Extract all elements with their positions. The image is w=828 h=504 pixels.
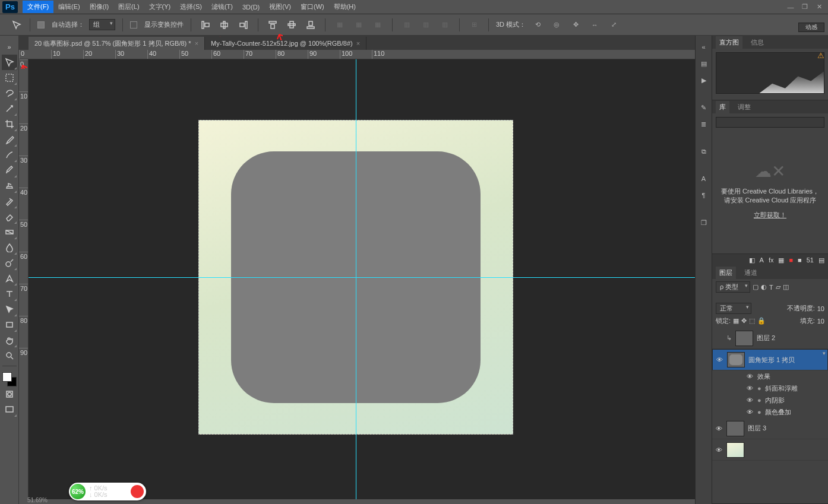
- layer-row-selected[interactable]: 👁 圆角矩形 1 拷贝: [712, 349, 828, 370]
- zoom-3d-icon[interactable]: ⤢: [606, 18, 621, 31]
- align-vertical-centers-icon[interactable]: [285, 18, 299, 31]
- tab-library[interactable]: 库: [716, 101, 729, 113]
- eraser-tool[interactable]: [2, 209, 17, 224]
- 3d-panel-icon[interactable]: ❒: [697, 216, 710, 229]
- close-button[interactable]: ✕: [813, 2, 826, 12]
- history-panel-icon[interactable]: ▤: [697, 57, 710, 70]
- layer-row[interactable]: ↳ 图层 2: [712, 328, 828, 349]
- status-zoom[interactable]: 51.69%: [19, 497, 48, 504]
- filter-type-icon[interactable]: T: [769, 284, 773, 291]
- tab-histogram[interactable]: 直方图: [716, 36, 742, 49]
- layer-filter-kind[interactable]: ρ 类型: [716, 281, 750, 293]
- roll-3d-icon[interactable]: ◎: [549, 18, 564, 31]
- actions-panel-icon[interactable]: ▶: [697, 74, 710, 87]
- tab-close-icon[interactable]: ×: [195, 40, 198, 47]
- tab-adjustments[interactable]: 调整: [734, 101, 754, 113]
- path-selection-tool[interactable]: [2, 302, 17, 317]
- ruler-horizontal[interactable]: 0102030405060708090100110: [19, 50, 712, 59]
- character-panel-icon[interactable]: A: [697, 172, 710, 185]
- document-tab-2[interactable]: My-Tally-Counter-512x512.jpg @ 100%(RGB/…: [205, 37, 366, 50]
- tab-layers[interactable]: 图层: [716, 267, 736, 279]
- brush-panel-icon[interactable]: ✎: [697, 101, 710, 114]
- maximize-button[interactable]: ❐: [798, 2, 811, 12]
- visibility-toggle[interactable]: 👁: [715, 356, 723, 363]
- library-select[interactable]: [716, 117, 824, 128]
- foreground-swatch[interactable]: [2, 372, 12, 382]
- visibility-toggle[interactable]: 👁: [715, 446, 723, 454]
- color-swatches[interactable]: [2, 372, 17, 386]
- clone-stamp-tool[interactable]: [2, 178, 17, 194]
- lock-all-icon[interactable]: 🔒: [757, 317, 766, 325]
- visibility-toggle[interactable]: 👁: [715, 425, 723, 432]
- layer-effect-bevel[interactable]: 👁●斜面和浮雕: [712, 382, 828, 394]
- dodge-tool[interactable]: [2, 255, 17, 271]
- layer-thumbnail[interactable]: [726, 442, 744, 458]
- widget-end-icon[interactable]: [131, 485, 144, 498]
- tab-info[interactable]: 信息: [747, 36, 767, 49]
- crop-tool[interactable]: [2, 116, 17, 132]
- fx-icon[interactable]: fx: [769, 256, 774, 264]
- library-get-link[interactable]: 立即获取！: [754, 211, 786, 220]
- tab-expand-icon[interactable]: »: [2, 39, 17, 55]
- filter-shape-icon[interactable]: ▱: [776, 283, 780, 291]
- filter-smart-icon[interactable]: ◫: [783, 283, 789, 291]
- layer-effect-inner-shadow[interactable]: 👁●内阴影: [712, 394, 828, 406]
- layer-thumbnail[interactable]: [735, 331, 753, 346]
- brush-tool[interactable]: [2, 163, 17, 178]
- histogram-warning-icon[interactable]: ⚠: [817, 51, 824, 60]
- eyedropper-tool[interactable]: [2, 132, 17, 147]
- menu-select[interactable]: 选择(S): [175, 1, 207, 13]
- lock-pixels-icon[interactable]: ▦: [733, 317, 739, 325]
- align-top-edges-icon[interactable]: [266, 18, 280, 31]
- menu-image[interactable]: 图像(I): [85, 1, 113, 13]
- swatch-grey-icon[interactable]: ■: [798, 256, 802, 264]
- hand-tool[interactable]: [2, 332, 17, 348]
- screen-mode-icon[interactable]: [2, 402, 17, 417]
- menu-icon[interactable]: ▤: [818, 256, 824, 264]
- workspace-switcher[interactable]: 动感: [798, 23, 824, 32]
- minimize-button[interactable]: —: [784, 2, 797, 12]
- menu-type[interactable]: 文字(Y): [144, 1, 176, 13]
- lock-artboard-icon[interactable]: ⬚: [749, 317, 755, 325]
- text-icon[interactable]: A: [760, 256, 764, 264]
- opacity-value[interactable]: 10: [817, 305, 824, 312]
- slide-3d-icon[interactable]: ↔: [587, 18, 602, 31]
- pen-tool[interactable]: [2, 271, 17, 286]
- marquee-tool[interactable]: [2, 70, 17, 85]
- move-tool[interactable]: [2, 55, 17, 70]
- healing-brush-tool[interactable]: [2, 147, 17, 163]
- blur-tool[interactable]: [2, 240, 17, 255]
- layer-thumbnail[interactable]: [726, 421, 744, 436]
- filter-adjust-icon[interactable]: ◐: [761, 283, 767, 291]
- show-transform-checkbox[interactable]: [130, 21, 137, 28]
- lasso-tool[interactable]: [2, 85, 17, 101]
- ruler-vertical[interactable]: 0102030405060708090: [19, 59, 29, 499]
- menu-layer[interactable]: 图层(L): [113, 1, 144, 13]
- menu-file[interactable]: 文件(F): [23, 1, 53, 13]
- lock-position-icon[interactable]: ✥: [741, 317, 747, 325]
- swatch-red-icon[interactable]: ■: [789, 256, 793, 264]
- quick-mask-icon[interactable]: [2, 386, 17, 402]
- layer-row[interactable]: 👁 图层 3: [712, 418, 828, 439]
- menu-filter[interactable]: 滤镜(T): [207, 1, 238, 13]
- zoom-tool[interactable]: [2, 348, 17, 363]
- auto-select-checkbox[interactable]: [37, 21, 45, 28]
- align-bottom-edges-icon[interactable]: [304, 18, 318, 31]
- pan-3d-icon[interactable]: ✥: [568, 18, 583, 31]
- menu-window[interactable]: 窗口(W): [296, 1, 329, 13]
- blend-mode-select[interactable]: 正常: [716, 303, 751, 314]
- menu-view[interactable]: 视图(V): [264, 1, 296, 13]
- auto-select-target[interactable]: 组: [89, 19, 115, 30]
- align-right-edges-icon[interactable]: [236, 18, 251, 31]
- fill-value[interactable]: 10: [817, 318, 824, 325]
- paragraph-panel-icon[interactable]: ¶: [697, 189, 710, 202]
- guide-vertical[interactable]: [356, 59, 356, 499]
- clone-source-icon[interactable]: ⧉: [697, 145, 710, 158]
- expand-rail-icon[interactable]: «: [697, 40, 710, 53]
- layer-name[interactable]: 图层 3: [748, 424, 826, 433]
- tab-channels[interactable]: 通道: [741, 267, 761, 279]
- history-brush-tool[interactable]: [2, 194, 17, 209]
- document-tab-1[interactable]: 20 临摹图标.psd @ 51.7% (圆角矩形 1 拷贝, RGB/8) *…: [29, 37, 205, 50]
- type-tool[interactable]: [2, 286, 17, 302]
- gradient-tool[interactable]: [2, 224, 17, 240]
